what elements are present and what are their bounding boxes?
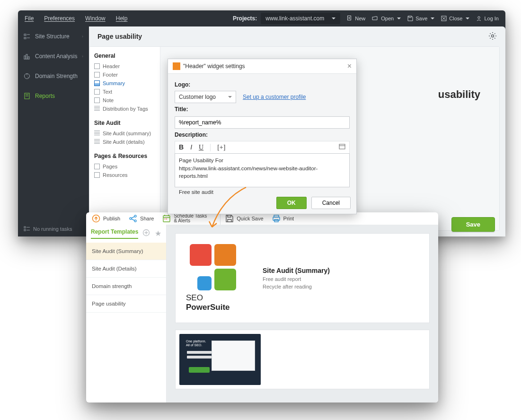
widget-text[interactable]: Text [94, 88, 155, 96]
favorite-template-icon[interactable]: ★ [155, 229, 161, 238]
svg-rect-8 [24, 37, 26, 39]
share-button[interactable]: Share [129, 214, 154, 223]
save-button[interactable]: Save [451, 217, 495, 232]
new-button[interactable]: New [347, 16, 365, 21]
logo-tile-orange [214, 244, 236, 266]
widget-summary[interactable]: Summary [94, 79, 155, 88]
screenshot-card: One platform.All of SEO. [175, 330, 430, 389]
projects-label: Projects: [233, 15, 257, 22]
group-pages-res: Pages & Resources [94, 153, 155, 159]
publish-icon [92, 214, 100, 223]
widget-header[interactable]: Header [94, 62, 155, 70]
title-input[interactable] [175, 116, 350, 129]
site-screenshot: One platform.All of SEO. [179, 334, 261, 385]
svg-point-6 [478, 17, 480, 18]
menu-preferences[interactable]: Preferences [44, 15, 75, 22]
svg-rect-38 [273, 217, 280, 220]
widget-distribution[interactable]: Distribution by Tags [94, 105, 155, 113]
user-icon [476, 16, 482, 21]
report-editor-window: Publish Share Schedule Tasks& Alerts Qui… [86, 212, 438, 402]
widget-note[interactable]: Note [94, 96, 155, 105]
dialog-title: "Header" widget settings [183, 63, 245, 70]
html-mode-icon[interactable] [339, 144, 345, 151]
dialog-titlebar[interactable]: "Header" widget settings × [168, 59, 356, 73]
template-item-3[interactable]: Page usability [86, 295, 166, 313]
ok-button[interactable]: OK [276, 197, 307, 209]
publish-button[interactable]: Publish [92, 214, 120, 223]
tasks-icon [24, 226, 30, 232]
share-icon [129, 214, 137, 223]
widget-footer[interactable]: Footer [94, 70, 155, 79]
logo-select[interactable]: Customer logo [175, 91, 236, 103]
quick-save-button[interactable]: Quick Save [225, 214, 263, 223]
printer-icon [272, 214, 281, 223]
settings-gear-icon[interactable] [488, 32, 497, 42]
svg-rect-19 [24, 227, 26, 228]
close-button[interactable]: Close [441, 16, 469, 21]
dialog-app-icon [173, 62, 180, 70]
brand-logo: SEO PowerSuite [186, 244, 247, 312]
report-title-fragment: usability [438, 88, 480, 101]
svg-line-29 [132, 217, 134, 218]
header-widget-settings-dialog: "Header" widget settings × Logo: Custome… [168, 59, 357, 214]
group-site-audit: Site Audit [94, 120, 155, 126]
reports-icon [24, 93, 31, 99]
template-item-0[interactable]: Site Audit (Summary) [86, 243, 166, 260]
template-item-1[interactable]: Site Audit (Details) [86, 260, 166, 278]
sidebar: Site Structure› Content Analysis› Domain… [18, 26, 89, 236]
nav-site-structure[interactable]: Site Structure› [18, 26, 89, 46]
analysis-icon [24, 53, 31, 60]
nav-domain-strength[interactable]: Domain Strength [18, 66, 89, 86]
report-meta: Site Audit (Summary) Free audit report R… [263, 267, 330, 289]
svg-point-27 [134, 215, 136, 217]
add-template-icon[interactable] [142, 229, 150, 238]
nav-content-analysis[interactable]: Content Analysis› [18, 46, 89, 66]
svg-rect-11 [24, 56, 26, 59]
menu-file[interactable]: File [25, 15, 34, 22]
svg-rect-12 [26, 54, 27, 59]
nav-reports[interactable]: Reports [18, 86, 89, 106]
bold-button[interactable]: B [179, 143, 184, 151]
preview-area: SEO PowerSuite Site Audit (Summary) Free… [167, 225, 438, 402]
status-no-tasks: No running tasks [18, 226, 89, 232]
menu-help[interactable]: Help [116, 15, 128, 22]
widget-resources[interactable]: Resources [94, 171, 155, 179]
save-icon [407, 16, 413, 21]
calendar-icon [162, 214, 171, 223]
print-button[interactable]: Print [272, 214, 294, 223]
setup-profile-link[interactable]: Set up a customer profile [243, 94, 306, 100]
underline-button[interactable]: U [199, 144, 203, 151]
content-header: Page usability [89, 26, 505, 46]
menu-window[interactable]: Window [85, 15, 106, 22]
logo-tile-red [190, 244, 212, 266]
file-plus-icon [347, 16, 353, 21]
svg-point-28 [134, 220, 136, 222]
logo-tile-green [214, 269, 236, 290]
report-header-card: SEO PowerSuite Site Audit (Summary) Free… [175, 233, 430, 323]
widget-pages[interactable]: Pages [94, 162, 155, 171]
templates-title: Report Templates [91, 228, 138, 239]
description-label: Description: [175, 131, 350, 138]
schedule-button[interactable]: Schedule Tasks& Alerts [162, 214, 207, 224]
widget-panel: General Header Footer Summary Text Note … [89, 47, 160, 230]
title-label: Title: [175, 106, 350, 113]
templates-panel: Report Templates ★ Site Audit (Summary) … [86, 225, 167, 402]
description-editor[interactable]: Page Usability For https://www.link-assi… [175, 153, 350, 187]
save-button-top[interactable]: Save [407, 16, 434, 21]
cancel-button[interactable]: Cancel [311, 197, 351, 209]
widget-sa-summary[interactable]: Site Audit (summary) [94, 129, 155, 138]
close-square-icon [441, 16, 447, 21]
widget-sa-details[interactable]: Site Audit (details) [94, 138, 155, 146]
brand-name: SEO PowerSuite [186, 293, 247, 312]
template-item-2[interactable]: Domain strength [86, 278, 166, 295]
dialog-close-icon[interactable]: × [347, 62, 352, 70]
italic-button[interactable]: I [190, 143, 192, 151]
rtf-toolbar: B I U [+] [175, 141, 350, 153]
svg-point-26 [130, 218, 132, 219]
project-selector[interactable]: www.link-assistant.com [261, 13, 340, 24]
insert-variable-button[interactable]: [+] [217, 144, 225, 151]
open-button[interactable]: Open [372, 16, 401, 21]
login-button[interactable]: Log In [476, 16, 499, 21]
floppy-icon [225, 214, 234, 223]
report-title: Site Audit (Summary) [263, 267, 330, 274]
